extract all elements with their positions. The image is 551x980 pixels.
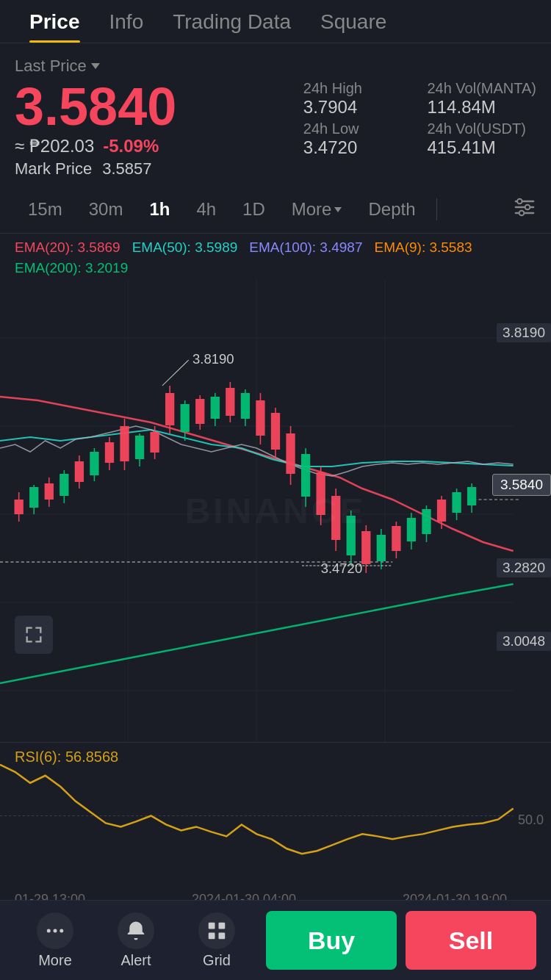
separator bbox=[436, 198, 437, 220]
mark-price: Mark Price 3.5857 bbox=[15, 159, 303, 179]
svg-rect-51 bbox=[271, 413, 280, 450]
svg-rect-55 bbox=[301, 454, 310, 497]
more-label: More bbox=[38, 952, 72, 969]
stat-24h-high: 24h High 3.7904 bbox=[303, 80, 413, 118]
ema-20: EMA(20): 3.5869 bbox=[15, 239, 120, 256]
svg-line-78 bbox=[162, 360, 189, 386]
svg-rect-21 bbox=[45, 483, 54, 500]
svg-text:3.4720: 3.4720 bbox=[321, 561, 363, 576]
svg-rect-61 bbox=[347, 516, 356, 555]
price-stats: 24h High 3.7904 24h Vol(MANTA) 114.84M 2… bbox=[303, 80, 536, 158]
svg-rect-39 bbox=[181, 404, 190, 432]
svg-rect-86 bbox=[209, 922, 215, 929]
depth-button[interactable]: Depth bbox=[355, 193, 428, 226]
buy-button[interactable]: Buy bbox=[266, 911, 397, 970]
tab-square[interactable]: Square bbox=[306, 0, 401, 43]
svg-rect-43 bbox=[211, 397, 220, 419]
bottom-bar: More Alert Grid Buy Sell bbox=[0, 900, 551, 980]
svg-rect-35 bbox=[150, 432, 159, 453]
last-price-label: Last Price bbox=[15, 57, 536, 76]
alert-label: Alert bbox=[120, 952, 151, 969]
chart-container[interactable]: BINANCE bbox=[0, 279, 551, 742]
more-button[interactable]: More bbox=[15, 912, 96, 969]
svg-rect-23 bbox=[60, 474, 68, 496]
svg-rect-45 bbox=[226, 388, 234, 416]
alert-button[interactable]: Alert bbox=[96, 912, 176, 969]
price-main-row: 3.5840 ≈ ₱202.03 -5.09% Mark Price 3.585… bbox=[15, 80, 536, 179]
price-left: 3.5840 ≈ ₱202.03 -5.09% Mark Price 3.585… bbox=[15, 80, 303, 179]
interval-30m[interactable]: 30m bbox=[76, 193, 137, 226]
svg-rect-63 bbox=[361, 531, 370, 564]
svg-point-85 bbox=[60, 929, 63, 932]
rsi-container: RSI(6): 56.8568 50.0 bbox=[0, 742, 551, 889]
ema-bar: EMA(20): 3.5869 EMA(50): 3.5989 EMA(100)… bbox=[0, 234, 551, 279]
svg-rect-89 bbox=[219, 932, 226, 939]
grid-label: Grid bbox=[203, 952, 231, 969]
svg-rect-29 bbox=[105, 442, 114, 463]
svg-rect-73 bbox=[437, 500, 446, 522]
stat-24h-vol-usdt: 24h Vol(USDT) 415.41M bbox=[427, 120, 536, 158]
price-label-mid: 3.2820 bbox=[497, 558, 551, 577]
top-tabs: Price Info Trading Data Square bbox=[0, 0, 551, 43]
settings-icon[interactable] bbox=[513, 195, 536, 224]
svg-point-4 bbox=[525, 204, 530, 209]
svg-rect-59 bbox=[331, 496, 340, 540]
alert-icon bbox=[118, 912, 154, 949]
svg-rect-87 bbox=[219, 922, 226, 929]
sell-button[interactable]: Sell bbox=[406, 911, 536, 970]
svg-point-83 bbox=[47, 929, 51, 932]
interval-1h[interactable]: 1h bbox=[136, 193, 183, 226]
svg-rect-17 bbox=[15, 500, 24, 514]
price-sub: ≈ ₱202.03 -5.09% bbox=[15, 136, 303, 156]
interval-bar: 15m 30m 1h 4h 1D More Depth bbox=[0, 186, 551, 234]
price-change: -5.09% bbox=[103, 136, 159, 156]
svg-rect-49 bbox=[256, 400, 264, 436]
price-header: Last Price 3.5840 ≈ ₱202.03 -5.09% Mark … bbox=[0, 43, 551, 186]
ema-200: EMA(200): 3.2019 bbox=[15, 260, 128, 276]
expand-button[interactable] bbox=[15, 616, 53, 654]
svg-rect-53 bbox=[286, 433, 295, 474]
svg-rect-57 bbox=[316, 472, 325, 515]
svg-rect-47 bbox=[241, 393, 250, 419]
svg-rect-25 bbox=[75, 461, 84, 482]
stat-24h-low: 24h Low 3.4720 bbox=[303, 120, 413, 158]
svg-rect-88 bbox=[209, 932, 215, 939]
grid-button[interactable]: Grid bbox=[176, 912, 257, 969]
rsi-midline-label: 50.0 bbox=[518, 813, 544, 828]
price-label-current: 3.5840 bbox=[492, 474, 551, 496]
svg-rect-31 bbox=[120, 426, 129, 461]
ema-100: EMA(100): 3.4987 bbox=[249, 239, 362, 256]
svg-rect-75 bbox=[452, 492, 461, 513]
more-icon bbox=[37, 912, 73, 949]
svg-rect-41 bbox=[195, 399, 204, 424]
svg-point-5 bbox=[519, 210, 525, 215]
grid-icon bbox=[198, 912, 235, 949]
more-arrow-icon bbox=[334, 207, 342, 212]
price-chart: 3.8190 3.4720 bbox=[0, 279, 551, 742]
tab-trading-data[interactable]: Trading Data bbox=[158, 0, 306, 43]
svg-rect-37 bbox=[165, 393, 174, 425]
price-label-bottom: 3.0048 bbox=[497, 632, 551, 651]
svg-rect-33 bbox=[135, 436, 144, 459]
svg-point-84 bbox=[54, 929, 57, 932]
tab-info[interactable]: Info bbox=[95, 0, 159, 43]
svg-rect-65 bbox=[377, 535, 386, 561]
interval-1d[interactable]: 1D bbox=[229, 193, 278, 226]
svg-point-3 bbox=[517, 198, 522, 203]
svg-text:3.8190: 3.8190 bbox=[192, 351, 234, 367]
tab-price[interactable]: Price bbox=[15, 0, 95, 43]
svg-rect-71 bbox=[422, 509, 431, 534]
price-label-high: 3.8190 bbox=[497, 323, 551, 342]
svg-rect-77 bbox=[467, 487, 476, 505]
interval-4h[interactable]: 4h bbox=[183, 193, 229, 226]
main-price: 3.5840 bbox=[15, 80, 303, 133]
ema-9: EMA(9): 3.5583 bbox=[374, 239, 472, 256]
approx-price: ≈ ₱202.03 bbox=[15, 136, 94, 156]
svg-rect-27 bbox=[90, 452, 98, 475]
interval-more[interactable]: More bbox=[278, 193, 356, 226]
svg-rect-69 bbox=[407, 518, 416, 541]
ema-50: EMA(50): 3.5989 bbox=[132, 239, 238, 256]
svg-rect-19 bbox=[29, 487, 38, 508]
dropdown-arrow-icon bbox=[91, 63, 100, 69]
interval-15m[interactable]: 15m bbox=[15, 193, 76, 226]
